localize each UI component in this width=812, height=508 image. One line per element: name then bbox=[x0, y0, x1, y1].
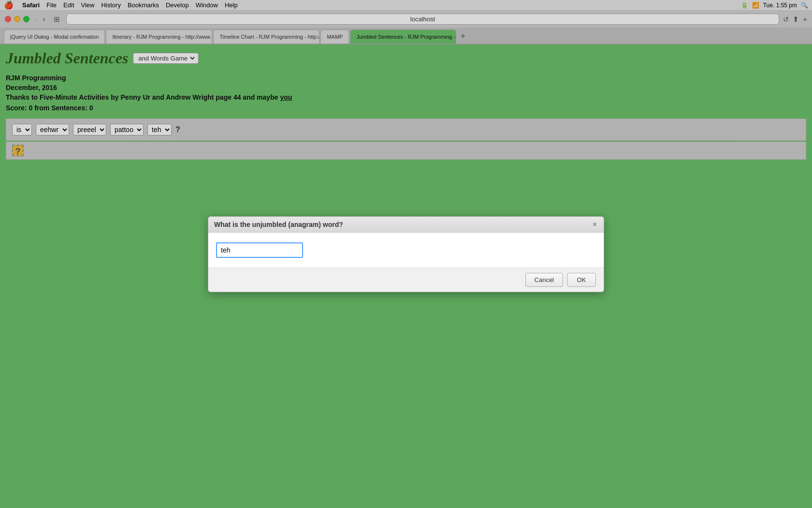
dialog-titlebar: What is the unjumbled (anagram) word? × bbox=[208, 217, 604, 233]
modal-overlay: What is the unjumbled (anagram) word? × … bbox=[0, 0, 812, 508]
dialog-body bbox=[208, 233, 604, 268]
dialog: What is the unjumbled (anagram) word? × … bbox=[208, 216, 604, 292]
anagram-input[interactable] bbox=[216, 242, 303, 258]
cancel-button[interactable]: Cancel bbox=[525, 273, 563, 287]
ok-button[interactable]: OK bbox=[567, 273, 596, 287]
dialog-title: What is the unjumbled (anagram) word? bbox=[214, 221, 343, 228]
dialog-close-button[interactable]: × bbox=[592, 221, 598, 228]
dialog-footer: Cancel OK bbox=[208, 268, 604, 292]
